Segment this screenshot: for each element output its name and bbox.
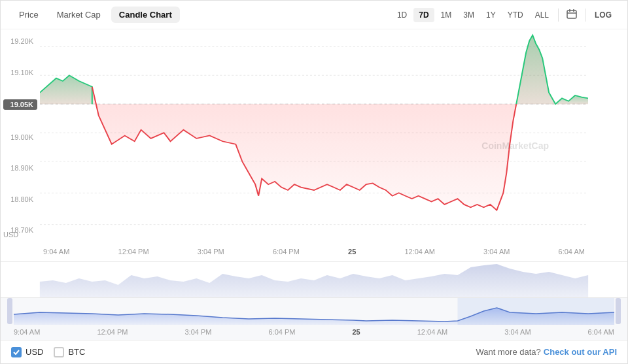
divider bbox=[558, 8, 559, 22]
svg-rect-0 bbox=[567, 10, 576, 18]
api-text: Want more data? bbox=[476, 347, 541, 357]
mini-x-label-4: 25 bbox=[352, 328, 360, 336]
btc-label: BTC bbox=[68, 347, 85, 357]
scroll-handle-right[interactable] bbox=[616, 298, 621, 324]
api-section: Want more data? Check out our API bbox=[476, 347, 617, 357]
x-label-3: 6:04 PM bbox=[273, 248, 300, 256]
time-all[interactable]: ALL bbox=[530, 8, 554, 22]
y-label-1: 19.10K bbox=[3, 69, 37, 76]
log-button[interactable]: LOG bbox=[589, 8, 617, 22]
mini-x-label-0: 9:04 AM bbox=[14, 328, 40, 336]
y-label-0: 19.20K bbox=[3, 37, 37, 45]
mini-x-label-7: 6:04 AM bbox=[588, 328, 614, 336]
green-area-start bbox=[40, 75, 92, 104]
calendar-button[interactable] bbox=[563, 6, 581, 24]
footer: USD BTC Want more data? Check out our AP… bbox=[1, 340, 627, 363]
mini-x-label-3: 6:04 PM bbox=[268, 328, 295, 336]
main-chart: 19.20K 19.10K 19.05K 19.00K 18.90K 18.80… bbox=[1, 29, 627, 261]
x-label-7: 6:04 AM bbox=[559, 248, 585, 256]
time-7d[interactable]: 7D bbox=[413, 8, 434, 22]
legend-btc[interactable]: BTC bbox=[54, 347, 85, 357]
check-icon bbox=[13, 350, 20, 355]
mini-x-label-1: 12:04 PM bbox=[97, 328, 128, 336]
x-axis: 9:04 AM 12:04 PM 3:04 PM 6:04 PM 25 12:0… bbox=[40, 242, 588, 261]
tab-group: Price Market Cap Candle Chart bbox=[11, 7, 180, 23]
x-label-0: 9:04 AM bbox=[43, 248, 69, 256]
api-link[interactable]: Check out our API bbox=[544, 347, 617, 357]
x-label-4: 25 bbox=[348, 248, 356, 256]
header: Price Market Cap Candle Chart 1D 7D 1M 3… bbox=[1, 1, 627, 29]
y-label-current: 19.05K bbox=[3, 99, 37, 110]
chart-area: 19.20K 19.10K 19.05K 19.00K 18.90K 18.80… bbox=[1, 29, 627, 340]
mini-x-label-5: 12:04 AM bbox=[417, 328, 447, 336]
time-1y[interactable]: 1Y bbox=[481, 8, 501, 22]
mini-x-label-6: 3:04 AM bbox=[504, 328, 531, 336]
x-label-6: 3:04 AM bbox=[483, 248, 510, 256]
volume-svg bbox=[1, 262, 627, 298]
mini-x-label-2: 3:04 PM bbox=[184, 328, 211, 336]
volume-area bbox=[1, 261, 627, 297]
time-ytd[interactable]: YTD bbox=[502, 8, 529, 22]
mini-chart-svg bbox=[1, 298, 627, 325]
tab-candle-chart[interactable]: Candle Chart bbox=[111, 7, 180, 23]
y-axis: 19.20K 19.10K 19.05K 19.00K 18.90K 18.80… bbox=[1, 29, 40, 242]
y-label-3: 19.00K bbox=[3, 133, 37, 141]
tab-price[interactable]: Price bbox=[11, 7, 46, 23]
tab-market-cap[interactable]: Market Cap bbox=[49, 7, 109, 23]
time-1d[interactable]: 1D bbox=[392, 8, 412, 22]
x-label-1: 12:04 PM bbox=[118, 248, 149, 256]
legend: USD BTC bbox=[11, 347, 85, 357]
time-1m[interactable]: 1M bbox=[436, 8, 457, 22]
calendar-icon bbox=[567, 8, 577, 19]
x-labels: 9:04 AM 12:04 PM 3:04 PM 6:04 PM 25 12:0… bbox=[40, 248, 588, 256]
green-area-tail bbox=[555, 95, 588, 104]
x-label-5: 12:04 AM bbox=[404, 248, 434, 256]
time-3m[interactable]: 3M bbox=[458, 8, 480, 22]
y-label-6: 18.70K bbox=[3, 226, 37, 234]
red-area bbox=[40, 35, 588, 210]
y-label-5: 18.80K bbox=[3, 195, 37, 203]
time-controls: 1D 7D 1M 3M 1Y YTD ALL LOG bbox=[392, 6, 617, 24]
btc-checkbox[interactable] bbox=[54, 347, 64, 357]
price-chart-svg bbox=[40, 29, 588, 242]
scroll-handle-left[interactable] bbox=[7, 298, 12, 324]
usd-checkbox[interactable] bbox=[11, 347, 22, 357]
usd-label: USD bbox=[26, 347, 43, 357]
divider2 bbox=[585, 8, 585, 22]
mini-x-labels: 9:04 AM 12:04 PM 3:04 PM 6:04 PM 25 12:0… bbox=[14, 328, 614, 336]
mini-chart-area: 9:04 AM 12:04 PM 3:04 PM 6:04 PM 25 12:0… bbox=[1, 297, 627, 340]
y-label-4: 18.90K bbox=[3, 164, 37, 172]
mini-x-axis: 9:04 AM 12:04 PM 3:04 PM 6:04 PM 25 12:0… bbox=[14, 324, 614, 340]
x-label-2: 3:04 PM bbox=[198, 248, 224, 256]
legend-usd[interactable]: USD bbox=[11, 347, 43, 357]
mini-highlight bbox=[458, 298, 615, 325]
main-container: Price Market Cap Candle Chart 1D 7D 1M 3… bbox=[0, 0, 628, 364]
volume-bars bbox=[40, 264, 588, 298]
